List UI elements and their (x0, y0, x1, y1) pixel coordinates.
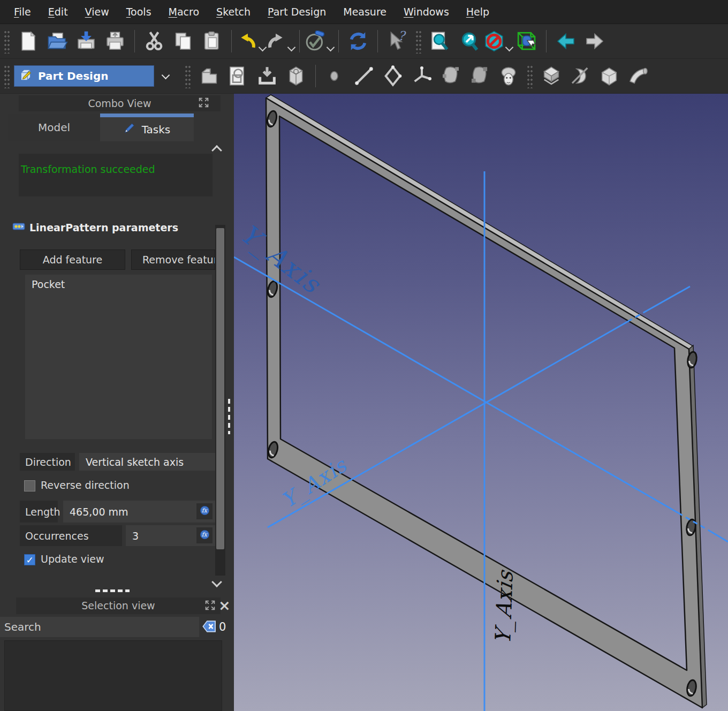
menu-tools[interactable]: Tools (118, 0, 160, 24)
map-sketch-button[interactable] (254, 61, 280, 91)
float-panel-icon[interactable] (198, 97, 209, 110)
menu-help[interactable]: Help (458, 0, 498, 24)
toolbar-drag-handle[interactable] (3, 29, 10, 54)
scroll-up-icon[interactable] (213, 145, 221, 153)
save-document-button[interactable] (73, 26, 100, 56)
tab-model[interactable]: Model (8, 114, 100, 141)
transformation-status-text: Transformation succeeded (21, 163, 155, 175)
redo-icon (266, 31, 287, 52)
toolbar-separator (546, 30, 547, 52)
undo-icon (237, 31, 258, 52)
datum-line-button[interactable] (351, 61, 377, 91)
toolbar-drag-handle[interactable] (184, 64, 191, 88)
zoom-fit-all-button[interactable] (427, 26, 453, 56)
paste-button[interactable] (199, 26, 225, 56)
edit-mode-icon (305, 31, 326, 52)
menu-windows[interactable]: Windows (395, 0, 458, 24)
formula-icon: fx (199, 529, 210, 542)
left-dock: Combo View Model Tasks Transformation su… (0, 94, 234, 711)
menu-view[interactable]: View (77, 0, 118, 24)
tab-model-label: Model (38, 121, 70, 134)
float-panel-icon[interactable] (204, 600, 216, 613)
selection-view-titlebar[interactable]: Selection view (16, 597, 221, 614)
draw-style-button[interactable] (484, 26, 511, 56)
nav-forward-button[interactable] (581, 26, 608, 56)
copy-button[interactable] (170, 26, 196, 56)
menu-measure[interactable]: Measure (335, 0, 395, 24)
add-feature-button[interactable]: Add feature (20, 249, 125, 270)
edit-mode-button[interactable] (306, 26, 332, 56)
redo-button[interactable] (267, 26, 293, 56)
occurrences-expression-button[interactable]: fx (196, 527, 213, 543)
new-document-icon (18, 31, 39, 52)
reverse-direction-checkbox[interactable] (24, 480, 35, 491)
create-body-button[interactable] (196, 61, 223, 91)
feature-list[interactable]: Pocket (25, 275, 212, 439)
linear-pattern-header: LinearPattern parameters (12, 220, 178, 235)
update-view-checkbox[interactable]: ✓ (24, 554, 35, 565)
cut-button[interactable] (141, 26, 168, 56)
nav-back-icon (555, 31, 577, 52)
datum-point-button[interactable] (322, 61, 348, 91)
menu-sketch[interactable]: Sketch (208, 0, 259, 24)
combo-view-titlebar[interactable]: Combo View (19, 95, 221, 111)
tab-tasks[interactable]: Tasks (100, 114, 194, 141)
panel-splitter-handle[interactable] (95, 589, 130, 592)
length-input[interactable]: 465,00 mm fx (63, 501, 215, 523)
pad-button[interactable] (538, 61, 565, 91)
diagonal-axis-line[interactable] (708, 530, 728, 542)
direction-select[interactable]: Vertical sketch axis (79, 453, 215, 471)
open-document-button[interactable] (44, 26, 71, 56)
close-panel-icon[interactable]: × (218, 600, 231, 611)
shapebinder-button[interactable] (437, 61, 464, 91)
menu-file[interactable]: File (5, 0, 40, 24)
scroll-down-icon[interactable] (213, 579, 221, 587)
refresh-button[interactable] (345, 26, 371, 56)
toolbar-separator (299, 30, 300, 52)
dock-splitter-handle[interactable] (228, 399, 230, 434)
sketch-tools-icon (285, 65, 307, 87)
create-sketch-button[interactable] (225, 61, 252, 91)
selection-list[interactable] (4, 640, 222, 711)
feature-list-item[interactable]: Pocket (25, 275, 212, 294)
clone-button[interactable] (495, 61, 522, 91)
formula-icon: fx (199, 505, 210, 518)
datum-cs-button[interactable] (408, 61, 435, 91)
zoom-fit-selection-icon (458, 31, 480, 52)
menu-edit[interactable]: Edit (40, 0, 77, 24)
additive-pipe-button[interactable] (625, 61, 651, 91)
menu-macro[interactable]: Macro (160, 0, 208, 24)
selection-search-input[interactable] (0, 617, 199, 637)
menu-part-design[interactable]: Part Design (259, 0, 335, 24)
sketch-axes[interactable] (234, 171, 728, 711)
toolbar-drag-handle[interactable] (526, 64, 533, 88)
additive-loft-icon (598, 65, 620, 87)
sketch-tools-button[interactable] (283, 61, 309, 91)
remove-feature-button[interactable]: Remove feature (131, 249, 215, 270)
new-document-button[interactable] (15, 26, 42, 56)
toolbar-drag-handle[interactable] (415, 29, 421, 54)
revolution-button[interactable] (567, 61, 594, 91)
length-expression-button[interactable]: fx (196, 503, 213, 519)
nav-back-button[interactable] (552, 26, 579, 56)
float-icon (204, 600, 216, 611)
diagonal-axis-line[interactable] (268, 322, 627, 527)
print-icon (104, 31, 126, 52)
toolbar-drag-handle[interactable] (3, 64, 10, 88)
datum-plane-button[interactable] (380, 61, 406, 91)
occurrences-input[interactable]: 3 fx (126, 525, 215, 546)
length-label: Length (20, 501, 58, 523)
tasks-scrollbar-thumb[interactable] (216, 228, 224, 549)
workbench-selector-dropdown[interactable] (154, 66, 177, 86)
bounding-box-button[interactable] (513, 26, 540, 56)
diagonal-axis-line[interactable] (647, 286, 690, 311)
additive-loft-button[interactable] (596, 61, 623, 91)
clear-search-button[interactable] (202, 619, 217, 636)
sub-shapebinder-button[interactable] (466, 61, 493, 91)
zoom-fit-selection-button[interactable] (456, 26, 482, 56)
workbench-selector[interactable]: Part Design (14, 65, 154, 87)
whats-this-button[interactable]: ? (384, 26, 411, 56)
undo-button[interactable] (238, 26, 264, 56)
viewport-3d[interactable]: Y_Axis Y_Axis Y_Axis (234, 94, 728, 711)
print-button[interactable] (102, 26, 128, 56)
